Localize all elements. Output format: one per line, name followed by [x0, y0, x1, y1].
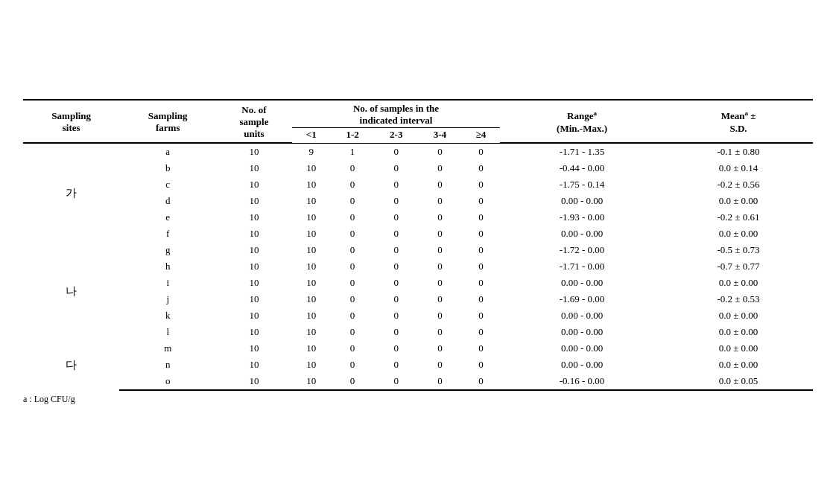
interval-cell: 0 — [374, 176, 418, 193]
range-cell: -1.93 - 0.00 — [500, 209, 664, 226]
table-row: k101000000.00 - 0.000.0 ± 0.00 — [23, 307, 813, 324]
range-cell: -1.72 - 0.00 — [500, 242, 664, 258]
col-12: 1-2 — [331, 127, 375, 143]
interval-cell: 10 — [292, 209, 331, 226]
interval-cell: 10 — [292, 373, 331, 390]
mean-cell: -0.2 ± 0.61 — [664, 209, 813, 226]
interval-cell: 0 — [374, 357, 418, 373]
interval-cell: 0 — [374, 160, 418, 176]
n-cell: 10 — [216, 193, 292, 209]
col-mean: Meana ±S.D. — [664, 100, 813, 144]
interval-cell: 0 — [462, 291, 500, 307]
interval-cell: 10 — [292, 258, 331, 275]
col-34: 3-4 — [418, 127, 462, 143]
range-cell: -1.71 - 0.00 — [500, 258, 664, 275]
interval-cell: 0 — [462, 209, 500, 226]
interval-cell: 0 — [331, 357, 375, 373]
farm-cell: l — [119, 324, 215, 340]
interval-cell: 0 — [331, 373, 375, 390]
interval-cell: 10 — [292, 275, 331, 291]
interval-cell: 0 — [374, 291, 418, 307]
interval-cell: 0 — [418, 275, 462, 291]
interval-cell: 0 — [418, 176, 462, 193]
range-cell: 0.00 - 0.00 — [500, 226, 664, 242]
interval-cell: 0 — [462, 226, 500, 242]
interval-cell: 0 — [374, 373, 418, 390]
interval-cell: 10 — [292, 176, 331, 193]
col-sample-units: No. ofsampleunits — [216, 100, 292, 144]
interval-cell: 0 — [418, 357, 462, 373]
interval-cell: 9 — [292, 143, 331, 160]
interval-cell: 10 — [292, 307, 331, 324]
farm-cell: g — [119, 242, 215, 258]
col-interval-group: No. of samples in theindicated interval — [292, 100, 500, 128]
range-cell: 0.00 - 0.00 — [500, 275, 664, 291]
interval-cell: 0 — [418, 324, 462, 340]
n-cell: 10 — [216, 340, 292, 357]
table-row: e10100000-1.93 - 0.00-0.2 ± 0.61 — [23, 209, 813, 226]
interval-cell: 0 — [374, 258, 418, 275]
range-cell: -1.69 - 0.00 — [500, 291, 664, 307]
interval-cell: 0 — [374, 242, 418, 258]
interval-cell: 1 — [331, 143, 375, 160]
interval-cell: 0 — [418, 291, 462, 307]
table-body: 가a1091000-1.71 - 1.35-0.1 ± 0.80b1010000… — [23, 143, 813, 390]
range-cell: -1.71 - 1.35 — [500, 143, 664, 160]
interval-cell: 10 — [292, 193, 331, 209]
interval-cell: 0 — [418, 307, 462, 324]
interval-cell: 0 — [331, 291, 375, 307]
interval-cell: 0 — [418, 242, 462, 258]
mean-cell: 0.0 ± 0.00 — [664, 357, 813, 373]
interval-cell: 0 — [374, 209, 418, 226]
interval-cell: 0 — [418, 193, 462, 209]
interval-cell: 0 — [331, 193, 375, 209]
interval-cell: 0 — [418, 340, 462, 357]
mean-cell: 0.0 ± 0.00 — [664, 275, 813, 291]
farm-cell: d — [119, 193, 215, 209]
mean-cell: 0.0 ± 0.00 — [664, 324, 813, 340]
n-cell: 10 — [216, 258, 292, 275]
interval-cell: 10 — [292, 160, 331, 176]
n-cell: 10 — [216, 176, 292, 193]
farm-cell: a — [119, 143, 215, 160]
range-cell: 0.00 - 0.00 — [500, 357, 664, 373]
interval-cell: 10 — [292, 291, 331, 307]
farm-cell: o — [119, 373, 215, 390]
table-row: c10100000-1.75 - 0.14-0.2 ± 0.56 — [23, 176, 813, 193]
interval-cell: 0 — [331, 258, 375, 275]
interval-cell: 0 — [374, 226, 418, 242]
farm-cell: k — [119, 307, 215, 324]
farm-cell: m — [119, 340, 215, 357]
farm-cell: f — [119, 226, 215, 242]
range-cell: 0.00 - 0.00 — [500, 193, 664, 209]
interval-cell: 0 — [462, 340, 500, 357]
table-row: 가a1091000-1.71 - 1.35-0.1 ± 0.80 — [23, 143, 813, 160]
interval-cell: 0 — [462, 324, 500, 340]
interval-cell: 0 — [331, 340, 375, 357]
n-cell: 10 — [216, 357, 292, 373]
interval-cell: 0 — [462, 307, 500, 324]
interval-cell: 0 — [418, 160, 462, 176]
interval-cell: 0 — [374, 275, 418, 291]
mean-cell: 0.0 ± 0.05 — [664, 373, 813, 390]
table-row: f101000000.00 - 0.000.0 ± 0.00 — [23, 226, 813, 242]
footnote: a : Log CFU/g — [23, 394, 813, 405]
n-cell: 10 — [216, 373, 292, 390]
interval-cell: 0 — [374, 307, 418, 324]
interval-cell: 0 — [462, 357, 500, 373]
farm-cell: c — [119, 176, 215, 193]
n-cell: 10 — [216, 143, 292, 160]
col-sampling-sites: Samplingsites — [23, 100, 119, 144]
interval-cell: 10 — [292, 340, 331, 357]
interval-cell: 0 — [374, 340, 418, 357]
interval-cell: 0 — [331, 324, 375, 340]
col-lt1: <1 — [292, 127, 331, 143]
interval-cell: 0 — [331, 242, 375, 258]
table-row: l101000000.00 - 0.000.0 ± 0.00 — [23, 324, 813, 340]
mean-cell: 0.0 ± 0.00 — [664, 226, 813, 242]
col-23: 2-3 — [374, 127, 418, 143]
interval-cell: 0 — [331, 160, 375, 176]
site-cell: 가 — [23, 143, 119, 242]
n-cell: 10 — [216, 324, 292, 340]
interval-cell: 0 — [418, 373, 462, 390]
